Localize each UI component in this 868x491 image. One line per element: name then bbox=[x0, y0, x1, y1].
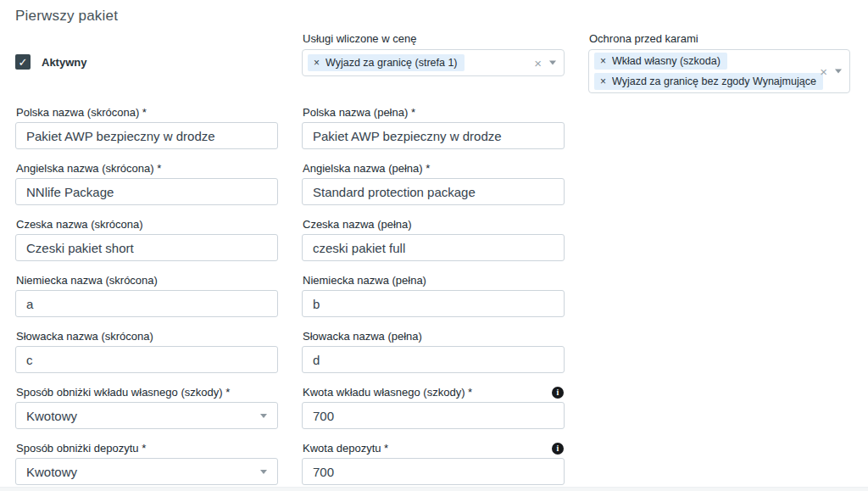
own-contribution-reduction-method-select[interactable]: Kwotowy bbox=[15, 402, 278, 429]
chip: × Wyjazd za granicę bez zgody Wynajmując… bbox=[594, 73, 823, 90]
field-english-full-name: Angielska nazwa (pełna) * bbox=[302, 162, 565, 205]
remove-chip-icon[interactable]: × bbox=[594, 53, 612, 70]
deposit-reduction-method-select[interactable]: Kwotowy bbox=[15, 458, 278, 485]
field-label: Niemiecka nazwa (pełna) bbox=[303, 274, 426, 287]
field-slovak-short-name: Słowacka nazwa (skrócona) bbox=[15, 330, 278, 373]
field-label: Angielska nazwa (skrócona) * bbox=[16, 162, 161, 175]
dropdown-caret-icon bbox=[260, 414, 267, 418]
field-label: Słowacka nazwa (skrócona) bbox=[16, 330, 153, 343]
field-label: Polska nazwa (skrócona) * bbox=[16, 106, 147, 119]
polish-short-name-input[interactable] bbox=[15, 122, 278, 149]
chip-label: Wyjazd za granicę (strefa 1) bbox=[326, 54, 458, 71]
field-czech-short-name: Czeska nazwa (skrócona) bbox=[15, 218, 278, 261]
check-icon: ✓ bbox=[19, 56, 28, 69]
field-label: Sposób obniżki depozytu * bbox=[16, 442, 146, 455]
czech-full-name-input[interactable] bbox=[302, 234, 565, 261]
active-checkbox[interactable]: ✓ bbox=[15, 54, 31, 70]
included-services-multiselect: Usługi wliczone w cenę × Wyjazd za grani… bbox=[302, 32, 565, 76]
chip: × Wkład własny (szkoda) bbox=[594, 53, 727, 70]
field-deposit-reduction-method: Sposób obniżki depozytu * Kwotowy bbox=[15, 442, 278, 485]
dropdown-caret-icon[interactable] bbox=[835, 70, 842, 74]
remove-chip-icon[interactable]: × bbox=[594, 73, 612, 90]
dropdown-caret-icon bbox=[260, 470, 267, 474]
field-label: Sposób obniżki wkładu własnego (szkody) … bbox=[16, 386, 230, 399]
select-value: Kwotowy bbox=[26, 409, 77, 423]
slovak-short-name-input[interactable] bbox=[15, 346, 278, 373]
field-polish-full-name: Polska nazwa (pełna) * bbox=[302, 106, 565, 149]
included-services-control[interactable]: × Wyjazd za granicę (strefa 1) × bbox=[302, 49, 565, 76]
field-label: Słowacka nazwa (pełna) bbox=[303, 330, 422, 343]
field-label: Polska nazwa (pełna) * bbox=[303, 106, 415, 119]
clear-icon[interactable]: × bbox=[534, 57, 542, 70]
field-polish-short-name: Polska nazwa (skrócona) * bbox=[15, 106, 278, 149]
chip-label: Wyjazd za granicę bez zgody Wynajmująceg… bbox=[612, 73, 816, 90]
chip: × Wyjazd za granicę (strefa 1) bbox=[308, 54, 465, 71]
field-german-short-name: Niemiecka nazwa (skrócona) bbox=[15, 274, 278, 317]
active-checkbox-label: Aktywny bbox=[42, 56, 86, 69]
field-english-short-name: Angielska nazwa (skrócona) * bbox=[15, 162, 278, 205]
field-own-contribution-reduction-method: Sposób obniżki wkładu własnego (szkody) … bbox=[15, 386, 278, 429]
clear-icon[interactable]: × bbox=[820, 65, 827, 78]
select-value: Kwotowy bbox=[26, 465, 77, 479]
info-icon[interactable]: i bbox=[552, 443, 564, 455]
included-services-label: Usługi wliczone w cenę bbox=[303, 32, 565, 45]
dropdown-caret-icon[interactable] bbox=[549, 61, 556, 65]
field-own-contribution-amount: Kwota wkładu własnego (szkody) * i bbox=[302, 386, 565, 429]
field-label: Czeska nazwa (pełna) bbox=[303, 218, 412, 231]
active-checkbox-row: ✓ Aktywny bbox=[15, 54, 86, 70]
field-label: Angielska nazwa (pełna) * bbox=[303, 162, 430, 175]
german-full-name-input[interactable] bbox=[302, 290, 565, 317]
penalty-protection-label: Ochrona przed karami bbox=[589, 32, 850, 45]
english-short-name-input[interactable] bbox=[15, 178, 278, 205]
info-icon[interactable]: i bbox=[552, 387, 564, 399]
remove-chip-icon[interactable]: × bbox=[308, 54, 326, 71]
field-czech-full-name: Czeska nazwa (pełna) bbox=[302, 218, 565, 261]
chip-label: Wkład własny (szkoda) bbox=[612, 53, 721, 70]
field-label: Kwota wkładu własnego (szkody) * bbox=[303, 386, 472, 399]
field-slovak-full-name: Słowacka nazwa (pełna) bbox=[302, 330, 565, 373]
penalty-protection-multiselect: Ochrona przed karami × Wkład własny (szk… bbox=[588, 32, 850, 93]
field-label: Czeska nazwa (skrócona) bbox=[16, 218, 143, 231]
slovak-full-name-input[interactable] bbox=[302, 346, 565, 373]
field-label: Niemiecka nazwa (skrócona) bbox=[16, 274, 158, 287]
page-bottom-divider bbox=[0, 487, 868, 491]
field-german-full-name: Niemiecka nazwa (pełna) bbox=[302, 274, 565, 317]
own-contribution-amount-input[interactable] bbox=[302, 402, 565, 429]
polish-full-name-input[interactable] bbox=[302, 122, 565, 149]
field-label: Kwota depozytu * bbox=[303, 442, 388, 455]
german-short-name-input[interactable] bbox=[15, 290, 278, 317]
package-form: Polska nazwa (skrócona) * Polska nazwa (… bbox=[15, 106, 565, 491]
english-full-name-input[interactable] bbox=[302, 178, 565, 205]
penalty-protection-control[interactable]: × Wkład własny (szkoda) × Wyjazd za gran… bbox=[588, 49, 850, 93]
field-deposit-amount: Kwota depozytu * i bbox=[302, 442, 565, 485]
page-title: Pierwszy pakiet bbox=[15, 8, 118, 25]
deposit-amount-input[interactable] bbox=[302, 458, 565, 485]
czech-short-name-input[interactable] bbox=[15, 234, 278, 261]
